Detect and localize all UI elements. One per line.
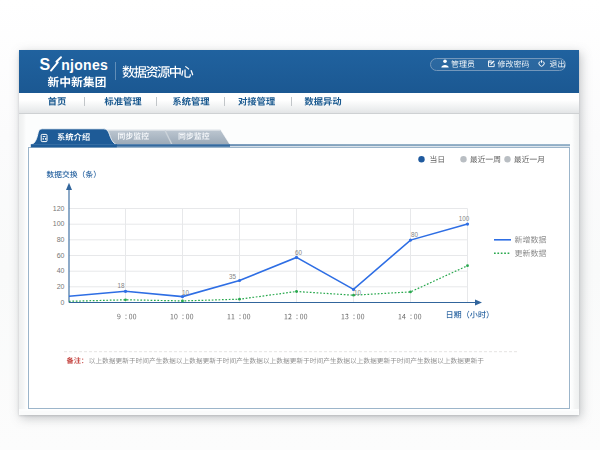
svg-text:20: 20: [57, 283, 65, 290]
svg-text:njones: njones: [61, 57, 108, 73]
svg-text:80: 80: [411, 231, 419, 238]
svg-text:0: 0: [61, 299, 65, 306]
svg-text:60: 60: [57, 252, 65, 259]
svg-text:100: 100: [459, 215, 470, 222]
svg-text:18: 18: [117, 282, 125, 289]
svg-text:10: 10: [182, 289, 190, 296]
svg-text:35: 35: [229, 273, 237, 280]
svg-text:60: 60: [295, 249, 303, 256]
svg-text:10: 10: [354, 289, 362, 296]
svg-text:80: 80: [57, 236, 65, 243]
svg-text:40: 40: [57, 267, 65, 274]
svg-text:100: 100: [53, 220, 65, 227]
svg-text:S: S: [40, 56, 51, 73]
svg-text:120: 120: [53, 205, 65, 212]
